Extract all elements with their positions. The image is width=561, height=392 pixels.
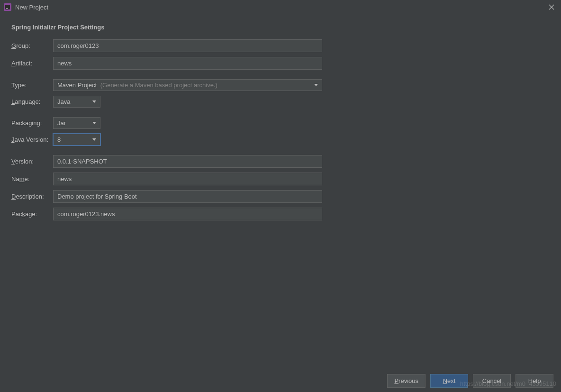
row-type: Type: Maven Project (Generate a Maven ba… [11, 79, 550, 91]
chevron-down-icon [314, 84, 318, 86]
label-packaging: Packaging: [11, 119, 53, 127]
svg-rect-2 [6, 9, 8, 9]
label-java-version: Java Version: [11, 136, 53, 143]
titlebar: New Project [0, 0, 561, 14]
label-type: Type: [11, 82, 53, 89]
chevron-down-icon [92, 122, 96, 124]
label-language: Language: [11, 98, 53, 105]
label-name: Name: [11, 175, 53, 182]
row-version: Version: [11, 155, 550, 168]
label-artifact: Artifact: [11, 60, 53, 67]
form-content: Spring Initializr Project Settings Group… [0, 14, 561, 235]
package-input[interactable] [53, 208, 322, 220]
language-value: Java [57, 98, 70, 105]
description-input[interactable] [53, 190, 322, 203]
row-package: Package: [11, 208, 550, 220]
window-title: New Project [15, 4, 546, 11]
type-hint: (Generate a Maven based project archive.… [100, 82, 217, 89]
chevron-down-icon [92, 100, 96, 103]
close-button[interactable] [546, 1, 557, 13]
label-group: Group: [11, 42, 53, 49]
section-title: Spring Initializr Project Settings [11, 24, 550, 31]
row-packaging: Packaging: Jar [11, 117, 550, 129]
java-version-dropdown[interactable]: 8 [53, 134, 100, 146]
type-dropdown[interactable]: Maven Project (Generate a Maven based pr… [53, 79, 322, 91]
help-button[interactable]: Help [516, 374, 553, 388]
footer: Previous Next Cancel Help [0, 369, 561, 392]
packaging-dropdown[interactable]: Jar [53, 117, 100, 129]
row-java-version: Java Version: 8 [11, 134, 550, 146]
artifact-input[interactable] [53, 57, 322, 70]
language-dropdown[interactable]: Java [53, 96, 100, 108]
cancel-button[interactable]: Cancel [473, 374, 511, 388]
version-input[interactable] [53, 155, 322, 168]
next-button[interactable]: Next [430, 374, 468, 388]
label-version: Version: [11, 158, 53, 165]
row-name: Name: [11, 173, 550, 185]
label-description: Description: [11, 193, 53, 200]
close-icon [549, 4, 554, 10]
java-version-value: 8 [57, 136, 61, 143]
label-package: Package: [11, 210, 53, 218]
group-input[interactable] [53, 39, 322, 52]
row-language: Language: Java [11, 96, 550, 108]
row-description: Description: [11, 190, 550, 203]
packaging-value: Jar [57, 119, 66, 127]
type-value: Maven Project [57, 82, 97, 89]
app-icon [4, 3, 11, 11]
previous-button[interactable]: Previous [387, 374, 425, 388]
row-group: Group: [11, 39, 550, 52]
chevron-down-icon [92, 138, 96, 141]
row-artifact: Artifact: [11, 57, 550, 70]
name-input[interactable] [53, 173, 322, 185]
